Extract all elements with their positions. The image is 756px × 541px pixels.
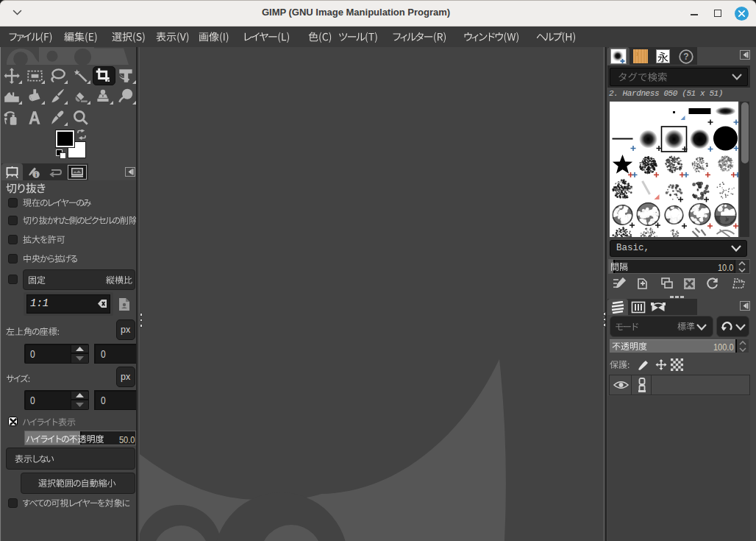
- svg-text:?: ?: [683, 52, 688, 62]
